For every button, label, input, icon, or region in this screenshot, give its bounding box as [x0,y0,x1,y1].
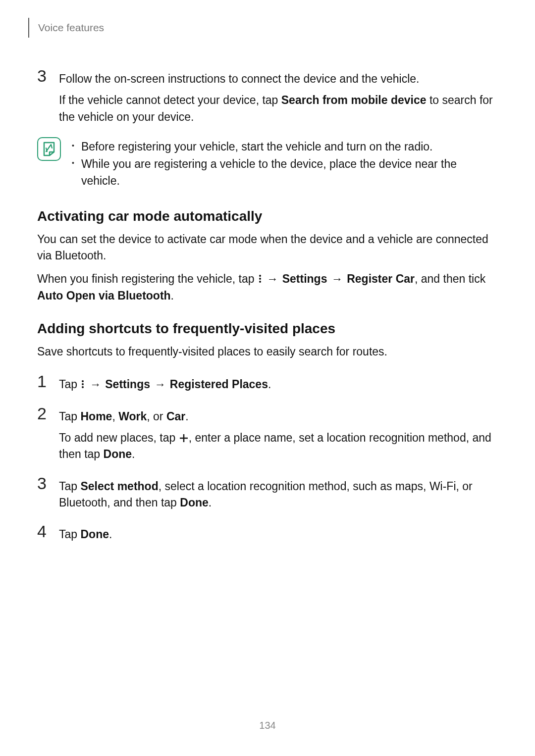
bold-register-car: Register Car [347,272,415,285]
bold-done: Done [180,496,209,509]
bold-search-from-mobile: Search from mobile device [281,94,427,106]
step-body: Tap Home, Work, or Car. To add new place… [59,405,498,468]
section1-p1: You can set the device to activate car m… [37,231,498,264]
page-number: 134 [0,720,535,731]
bold-car: Car [166,410,185,423]
svg-point-0 [259,275,261,277]
bold-done: Done [104,448,132,460]
bold-auto-open: Auto Open via Bluetooth [37,289,171,302]
step-3-connect: 3 Follow the on-screen instructions to c… [37,67,498,130]
step-number: 4 [37,523,59,540]
svg-point-1 [259,278,261,280]
step-3-line1: Follow the on-screen instructions to con… [59,71,498,87]
bold-work: Work [118,410,147,423]
step-body: Tap Select method, select a location rec… [59,475,498,516]
more-options-icon [80,379,85,389]
step-4-tap-done: 4 Tap Done. [37,523,498,548]
bold-settings: Settings [282,272,327,285]
step-body: Follow the on-screen instructions to con… [59,67,498,130]
section1-p2: When you finish registering the vehicle,… [37,271,498,304]
svg-point-4 [82,383,84,385]
more-options-icon [258,274,263,284]
note-icon [37,137,61,161]
step-number: 2 [37,405,59,422]
svg-point-2 [259,281,261,283]
note-list: •Before registering your vehicle, start … [72,137,498,190]
bold-registered-places: Registered Places [170,378,268,391]
bullet-icon: • [72,138,81,155]
svg-point-5 [82,386,84,388]
bold-home: Home [80,410,112,423]
note-item: •Before registering your vehicle, start … [72,138,498,155]
section2-p1: Save shortcuts to frequently-visited pla… [37,344,498,360]
svg-point-3 [82,380,84,382]
heading-activating-car-mode: Activating car mode automatically [37,208,498,224]
note-block: •Before registering your vehicle, start … [37,137,498,190]
step-3-select-method: 3 Tap Select method, select a location r… [37,475,498,516]
step-3-line2: If the vehicle cannot detect your device… [59,92,498,125]
header-title: Voice features [38,22,104,34]
step-1-tap-settings: 1 Tap → Settings → Registered Places. [37,373,498,398]
bold-select-method: Select method [80,480,158,493]
page-header: Voice features [28,18,498,38]
step-body: Tap → Settings → Registered Places. [59,373,271,398]
step-body: Tap Done. [59,523,112,548]
plus-icon [179,433,189,443]
step-number: 1 [37,373,59,390]
bullet-icon: • [72,155,81,190]
step-2-tap-home-work-car: 2 Tap Home, Work, or Car. To add new pla… [37,405,498,468]
step-number: 3 [37,67,59,84]
heading-adding-shortcuts: Adding shortcuts to frequently-visited p… [37,321,498,337]
bold-done: Done [80,528,109,541]
note-item: •While you are registering a vehicle to … [72,155,498,190]
step-number: 3 [37,475,59,492]
bold-settings: Settings [105,378,150,391]
